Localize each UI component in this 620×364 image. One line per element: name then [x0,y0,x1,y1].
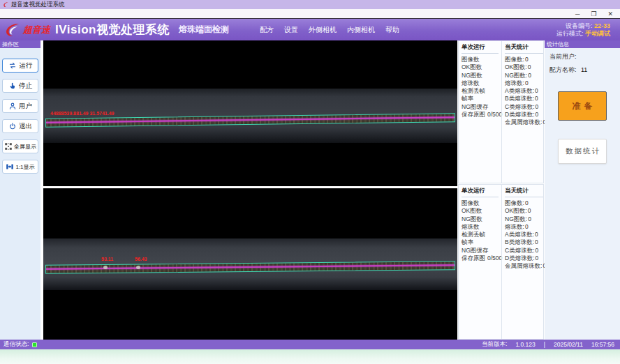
stat-row: OK图数0 [505,207,546,215]
run-icon [8,61,17,70]
stat-row: 保存原图0/500 [462,255,501,262]
window-title-bar: 超音速视觉处理系统 [0,0,620,9]
stat-row: A类熔珠数0 [505,87,546,95]
one-to-one-button[interactable]: 1:1显示 [2,160,38,174]
menu-item[interactable]: 设置 [284,25,298,35]
version-label: 当前版本: [482,340,507,349]
stats-panel-bottom: 单次运行 图像数OK图数NG图数熔珠数检测丢帧帧率NG图缓存保存原图0/500 … [458,184,544,340]
measurement-annotation: 44888539.881.49 31.5741.49 [50,111,114,116]
stat-row: NG图数0 [505,215,546,223]
status-bar: 通信状态: 当前版本: 1.0.123 | 2025/02/11 16:57:5… [0,340,620,349]
fullscreen-grid-icon [4,142,13,151]
minimize-icon[interactable]: ─ [575,9,580,19]
stat-row: NG图数 [462,72,501,79]
device-number-label: 设备编号: [566,22,593,29]
data-statistics-button[interactable]: 数据统计 [558,139,607,164]
exit-button[interactable]: 退出 [2,119,38,133]
ready-button[interactable]: 准备 [558,91,607,121]
one-to-one-icon [6,162,14,171]
stat-row: OK图数0 [505,63,546,71]
info-panel-header: 统计信息 [545,40,620,48]
version-value: 1.0.123 [515,341,535,348]
hand-stop-icon [8,82,17,90]
menu-item[interactable]: 外侧相机 [309,25,337,35]
stat-row: NG图缓存 [462,247,501,255]
measurement-annotation: 53.11 [101,257,113,261]
power-icon [8,122,17,130]
device-number-value: 22-33 [594,22,610,29]
statistics-info-panel: 统计信息 当前用户: 配方名称: 11 准备 数据统计 [545,40,620,340]
sidebar-header: 操作区 [0,40,40,48]
stat-row: 熔珠数0 [505,223,546,231]
stat-row: 熔珠数 [462,79,501,87]
stop-button[interactable]: 停止 [2,79,38,93]
stat-row: 帧率 [462,238,501,246]
window-control-strip: ─ ❐ ✕ [0,9,620,19]
desktop-strip [0,349,620,364]
run-mode-value: 手动调试 [585,30,610,37]
comm-status-indicator [32,342,37,347]
recipe-name-value: 11 [581,66,587,73]
stat-row: 金属屑熔珠数0 [505,262,546,270]
stat-row: C类熔珠数0 [505,247,546,255]
menu-item[interactable]: 内侧相机 [347,25,375,35]
stat-row: 图像数 [462,199,501,207]
daily-stats-title: 当天统计 [505,43,543,54]
stats-panel-top: 单次运行 图像数OK图数NG图数熔珠数检测丢帧帧率NG图缓存保存原图0/500 … [458,40,544,183]
user-button[interactable]: 用户 [2,99,38,113]
defect-marker [103,266,108,269]
brand-name: 超音速 [23,24,50,36]
stat-row: B类熔珠数0 [505,238,546,246]
defect-marker [136,266,140,269]
status-time: 16:57:56 [591,341,614,348]
app-header: 超音速 IVision视觉处理系统 熔珠端面检测 配方设置外侧相机内侧相机帮助 … [0,19,620,40]
fullscreen-button[interactable]: 全屏显示 [2,139,38,153]
app-name: IVision视觉处理系统 [55,22,170,38]
stat-row: 检测丢帧 [462,87,501,95]
app-subtitle: 熔珠端面检测 [179,24,229,36]
device-info: 设备编号: 22-33 运行模式: 手动调试 [556,22,610,38]
daily-stats-title: 当天统计 [505,187,543,197]
inner-camera-view[interactable]: 53.11 56.43 [43,188,457,340]
outer-camera-view[interactable]: 44888539.881.49 31.5741.49 [43,40,457,186]
menu-item[interactable]: 帮助 [385,25,399,35]
status-date: 2025/02/11 [554,341,583,348]
operation-sidebar: 操作区 运行 停止 用户 退出 [0,40,40,340]
maximize-icon[interactable]: ❐ [591,9,596,19]
stat-row: B类熔珠数0 [505,95,546,103]
run-mode-label: 运行模式: [556,30,584,37]
stat-row: 图像数 [462,56,501,63]
measurement-annotation: 56.43 [135,257,147,261]
stat-row: NG图数0 [505,72,546,79]
stat-row: 图像数0 [505,199,546,207]
stat-row: D类熔珠数0 [505,255,546,262]
stat-row: C类熔珠数0 [505,103,546,111]
stat-row: OK图数 [462,63,501,71]
single-run-title: 单次运行 [462,187,499,197]
stat-row: D类熔珠数0 [505,111,546,119]
stat-row: A类熔珠数0 [505,231,546,238]
current-user-label: 当前用户: [549,53,577,60]
menu-item[interactable]: 配方 [260,25,274,35]
comm-status-label: 通信状态: [3,340,29,349]
stat-row: 检测丢帧 [462,231,501,238]
stat-row: 保存原图0/500 [462,111,501,119]
stat-row: 金属屑熔珠数0 [505,119,546,126]
stat-row: 帧率 [462,95,501,103]
app-logo-icon [3,1,9,8]
stat-row: NG图数 [462,215,501,223]
window-title: 超音速视觉处理系统 [11,1,65,9]
user-icon [8,102,17,110]
brand-logo-icon [4,23,22,37]
stat-row: NG图缓存 [462,103,501,111]
status-separator: | [544,341,545,348]
stat-row: 熔珠数0 [505,79,546,87]
close-icon[interactable]: ✕ [607,9,613,19]
run-button[interactable]: 运行 [2,59,38,73]
recipe-name-label: 配方名称: [549,66,577,73]
single-run-title: 单次运行 [462,43,499,54]
stat-row: 图像数0 [505,56,546,63]
stat-row: 熔珠数 [462,223,501,231]
menu-bar: 配方设置外侧相机内侧相机帮助 [260,25,399,35]
stat-row: OK图数 [462,207,501,215]
